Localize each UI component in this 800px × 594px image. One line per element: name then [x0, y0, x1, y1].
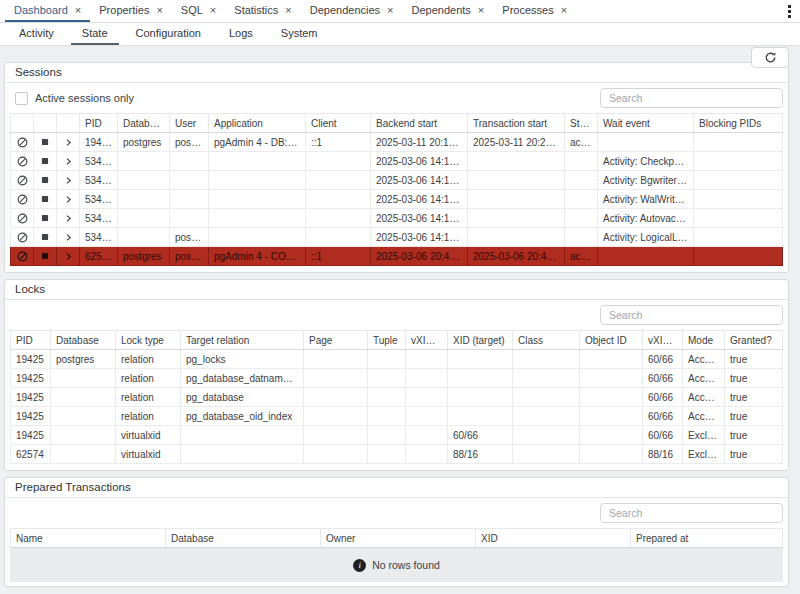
- column-header[interactable]: Object ID: [580, 331, 643, 350]
- lock-row[interactable]: 19425postgresrelationpg_locks60/66Acces.…: [11, 350, 783, 369]
- column-header[interactable]: Target relation: [181, 331, 304, 350]
- table-cell: [306, 171, 371, 190]
- empty-message: No rows found: [372, 559, 440, 571]
- column-header[interactable]: Lock type: [116, 331, 181, 350]
- column-header[interactable]: Client: [306, 114, 371, 133]
- cancel-query-button[interactable]: [11, 209, 34, 228]
- terminate-session-button[interactable]: [34, 190, 57, 209]
- tab-dependencies[interactable]: Dependencies×: [301, 0, 403, 22]
- cancel-query-button[interactable]: [11, 190, 34, 209]
- close-icon[interactable]: ×: [210, 5, 216, 16]
- cancel-query-button[interactable]: [11, 171, 34, 190]
- close-icon[interactable]: ×: [561, 5, 567, 16]
- lock-row[interactable]: 19425virtualxid60/6660/66Exclusi...true: [11, 426, 783, 445]
- terminate-session-button[interactable]: [34, 152, 57, 171]
- tab-statistics[interactable]: Statistics×: [225, 0, 300, 22]
- tab-processes[interactable]: Processes×: [493, 0, 576, 22]
- locks-header-row: PIDDatabaseLock typeTarget relationPageT…: [11, 331, 783, 350]
- session-row[interactable]: 534532025-03-06 14:10:11 ...Activity: Bg…: [11, 171, 783, 190]
- session-row[interactable]: 534552025-03-06 14:10:11 ...Activity: Wa…: [11, 190, 783, 209]
- column-header[interactable]: Transaction start: [468, 114, 565, 133]
- cancel-query-button[interactable]: [11, 152, 34, 171]
- session-row[interactable]: 19425postgrespostgr...pgAdmin 4 - DB:pos…: [11, 133, 783, 152]
- info-icon: i: [353, 559, 366, 572]
- table-cell: 53456: [80, 209, 118, 228]
- sub-tab-activity[interactable]: Activity: [8, 23, 65, 45]
- close-icon[interactable]: ×: [285, 5, 291, 16]
- lock-row[interactable]: 19425relationpg_database_datname_ind...6…: [11, 369, 783, 388]
- column-header[interactable]: Mode: [683, 331, 725, 350]
- expand-row-button[interactable]: [57, 209, 80, 228]
- expand-row-button[interactable]: [57, 171, 80, 190]
- column-header[interactable]: PID: [11, 331, 51, 350]
- prepared-grid-wrap: NameDatabaseOwnerXIDPrepared at: [5, 528, 788, 548]
- sessions-controls: Active sessions only: [5, 83, 788, 113]
- column-header[interactable]: Tuple: [368, 331, 406, 350]
- expand-row-button[interactable]: [57, 247, 80, 266]
- terminate-session-button[interactable]: [34, 209, 57, 228]
- column-header[interactable]: Name: [11, 529, 166, 548]
- column-header[interactable]: vXID (...: [643, 331, 683, 350]
- sub-tab-state[interactable]: State: [71, 23, 119, 45]
- checkbox-box[interactable]: [15, 92, 28, 105]
- session-row[interactable]: 534562025-03-06 14:10:11 ...Activity: Au…: [11, 209, 783, 228]
- sub-tab-system[interactable]: System: [270, 23, 329, 45]
- expand-row-button[interactable]: [57, 152, 80, 171]
- lock-row[interactable]: 19425relationpg_database_oid_index60/66A…: [11, 407, 783, 426]
- close-icon[interactable]: ×: [156, 5, 162, 16]
- tab-sql[interactable]: SQL×: [172, 0, 225, 22]
- active-sessions-only-checkbox[interactable]: Active sessions only: [15, 92, 134, 105]
- column-header[interactable]: Application: [209, 114, 306, 133]
- session-row[interactable]: 534522025-03-06 14:10:11 ...Activity: Ch…: [11, 152, 783, 171]
- cancel-query-button[interactable]: [11, 247, 34, 266]
- column-header[interactable]: Database: [51, 331, 116, 350]
- kebab-menu-icon[interactable]: [779, 0, 800, 22]
- column-header[interactable]: Database: [166, 529, 321, 548]
- close-icon[interactable]: ×: [75, 5, 81, 16]
- session-row[interactable]: 53457postgr...2025-03-06 14:10:11 ...Act…: [11, 228, 783, 247]
- column-header[interactable]: Blocking PIDs: [694, 114, 783, 133]
- cancel-query-button[interactable]: [11, 228, 34, 247]
- close-icon[interactable]: ×: [387, 5, 393, 16]
- column-header[interactable]: Class: [513, 331, 580, 350]
- cancel-query-button[interactable]: [11, 133, 34, 152]
- expand-row-button[interactable]: [57, 228, 80, 247]
- terminate-session-button[interactable]: [34, 171, 57, 190]
- column-header[interactable]: Prepared at: [631, 529, 783, 548]
- prepared-search-input[interactable]: [600, 503, 783, 523]
- session-row[interactable]: 62574postgrespostgr...pgAdmin 4 - CONN:6…: [11, 247, 783, 266]
- column-header[interactable]: State: [565, 114, 598, 133]
- terminate-session-button[interactable]: [34, 247, 57, 266]
- column-header[interactable]: User: [170, 114, 209, 133]
- table-cell: postgr...: [170, 247, 209, 266]
- sub-tab-logs[interactable]: Logs: [218, 23, 264, 45]
- column-header[interactable]: vXID (t...: [406, 331, 448, 350]
- lock-row[interactable]: 62574virtualxid88/1688/16Exclusi...true: [11, 445, 783, 464]
- refresh-button[interactable]: [751, 47, 789, 68]
- column-header[interactable]: Wait event: [598, 114, 694, 133]
- column-header[interactable]: PID: [80, 114, 118, 133]
- terminate-session-button[interactable]: [34, 228, 57, 247]
- close-icon[interactable]: ×: [478, 5, 484, 16]
- tab-dashboard[interactable]: Dashboard×: [5, 0, 90, 22]
- column-header[interactable]: Owner: [321, 529, 476, 548]
- column-header[interactable]: Backend start: [371, 114, 468, 133]
- sessions-search-input[interactable]: [600, 88, 783, 108]
- table-cell: [304, 445, 368, 464]
- expand-row-button[interactable]: [57, 190, 80, 209]
- table-cell: Exclusi...: [683, 445, 725, 464]
- column-header[interactable]: Database: [118, 114, 170, 133]
- locks-search-input[interactable]: [600, 305, 783, 325]
- chevron-right-icon: [63, 250, 74, 261]
- column-header[interactable]: Granted?: [725, 331, 783, 350]
- tab-dependents[interactable]: Dependents×: [403, 0, 494, 22]
- expand-row-button[interactable]: [57, 133, 80, 152]
- terminate-session-button[interactable]: [34, 133, 57, 152]
- sub-tab-configuration[interactable]: Configuration: [125, 23, 212, 45]
- table-cell: postgres: [51, 350, 116, 369]
- tab-properties[interactable]: Properties×: [90, 0, 172, 22]
- column-header[interactable]: Page: [304, 331, 368, 350]
- lock-row[interactable]: 19425relationpg_database60/66Acces...tru…: [11, 388, 783, 407]
- column-header[interactable]: XID (target): [448, 331, 513, 350]
- column-header[interactable]: XID: [476, 529, 631, 548]
